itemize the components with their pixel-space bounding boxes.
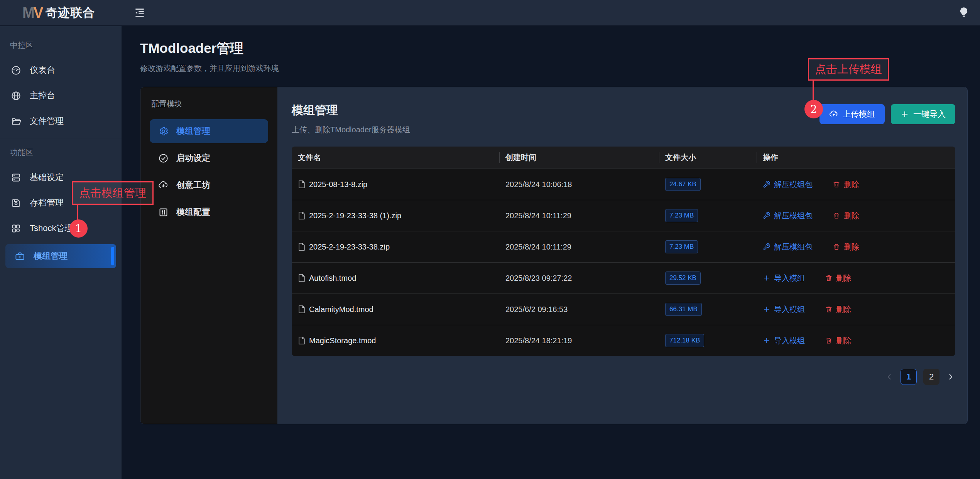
sidebar-divider [0,138,122,138]
logo-m: M [22,5,34,21]
gear-icon [158,126,169,137]
light-bulb-icon[interactable] [958,7,969,19]
sidebar-item-dashboard[interactable]: 仪表台 [0,57,122,83]
file-name: 2025-2-19-23-33-38.zip [309,243,390,251]
table-row: 2025-2-19-23-33-38 (1).zip 2025/8/24 10:… [292,200,955,231]
annotation-line-2 [813,81,814,100]
app-logo: M V 奇迹联合 [22,5,133,21]
sidebar-item-files[interactable]: 文件管理 [0,108,122,134]
content-title: 模组管理 [292,103,410,118]
sidebar-item-console[interactable]: 主控台 [0,83,122,108]
logo-v: V [34,5,43,21]
wrench-icon [763,243,770,251]
upload-mod-button[interactable]: 上传模组 [819,104,885,124]
annotation-line-1 [77,205,78,220]
sidebar-item-mods[interactable]: 模组管理 [5,244,116,268]
trash-icon [825,305,833,313]
file-icon [298,180,305,189]
delete-link[interactable]: 删除 [833,211,859,221]
sidebar-item-label: 存档管理 [30,197,64,209]
mod-management-content: 模组管理 上传、删除TModloader服务器模组 上传模组 [277,87,967,424]
sidebar-group-label: 功能区 [0,143,122,165]
plus-icon [763,274,770,282]
folder-icon [11,116,21,126]
plus-icon [901,110,909,118]
grid-icon [11,223,21,234]
file-size-badge: 712.18 KB [665,334,704,347]
main-area: TModloader管理 修改游戏配置参数，并且应用到游戏环境 配置模块 模组管… [122,26,980,479]
panel-nav-workshop[interactable]: 创意工坊 [150,173,268,197]
unzip-mod-link[interactable]: 解压模组包 [763,211,813,221]
plus-icon [763,337,770,344]
file-icon [298,243,305,251]
file-time: 2025/8/24 10:06:18 [499,180,659,189]
sidebar-item-tshock[interactable]: Tshock管理 [0,216,122,241]
col-filename: 文件名 [292,147,499,169]
page-title: TModloader管理 [140,39,243,57]
page-number-2[interactable]: 2 [923,369,939,385]
floppy-icon [11,198,21,208]
unzip-mod-link[interactable]: 解压模组包 [763,179,813,190]
trash-icon [833,180,840,188]
delete-link[interactable]: 删除 [825,273,852,283]
panel-nav-label: 启动设定 [176,152,210,164]
gauge-icon [11,65,21,76]
file-name: 2025-2-19-23-33-38 (1).zip [309,211,401,220]
page-number-1[interactable]: 1 [901,369,917,385]
annotation-badge-1: 1 [69,219,88,238]
page-subtitle: 修改游戏配置参数，并且应用到游戏环境 [140,63,279,74]
table-row: Autofish.tmod 2025/8/23 09:27:22 29.52 K… [292,262,955,293]
sliders-icon [158,207,169,218]
trash-icon [833,212,840,219]
topbar: M V 奇迹联合 [0,0,980,26]
file-name: CalamityMod.tmod [309,305,373,314]
table-row: 2025-2-19-23-33-38.zip 2025/8/24 10:11:2… [292,231,955,262]
cloud-upload-icon [829,110,838,119]
panel-nav-launch-settings[interactable]: 启动设定 [150,146,268,170]
sidebar-item-label: 基础设定 [30,172,64,183]
panel-nav-mod-config[interactable]: 模组配置 [150,200,268,224]
content-subtitle: 上传、删除TModloader服务器模组 [292,125,410,135]
panel-nav-mod-management[interactable]: 模组管理 [150,119,268,143]
import-mod-link[interactable]: 导入模组 [763,304,805,315]
globe-icon [11,91,21,101]
table-row: CalamityMod.tmod 2025/6/2 09:16:53 66.31… [292,293,955,325]
toolbox-icon [15,251,25,261]
pagination: 1 2 [292,369,955,385]
import-mod-link[interactable]: 导入模组 [763,273,805,283]
file-name: 2025-08-13-8.zip [309,180,367,189]
file-time: 2025/8/24 10:11:29 [499,243,659,251]
file-icon [298,274,305,282]
import-mod-link[interactable]: 导入模组 [763,336,805,346]
tmodloader-panel: 配置模块 模组管理 [140,87,968,424]
file-time: 2025/8/23 09:27:22 [499,274,659,283]
chevron-right-icon[interactable] [946,372,955,381]
file-time: 2025/8/24 18:21:19 [499,336,659,345]
cloud-download-icon [158,180,169,191]
menu-fold-icon[interactable] [133,7,146,19]
sidebar-item-label: Tshock管理 [30,223,73,234]
file-size-badge: 7.23 MB [665,240,698,253]
trash-icon [833,243,840,251]
delete-link[interactable]: 删除 [833,242,859,252]
table-row: MagicStorage.tmod 2025/8/24 18:21:19 712… [292,325,955,356]
col-created: 创建时间 [499,147,659,169]
config-module-title: 配置模块 [151,99,268,109]
one-click-import-button[interactable]: 一键导入 [891,104,955,124]
sidebar-item-label: 模组管理 [34,250,68,262]
sidebar-group-label: 中控区 [0,36,122,57]
chevron-left-icon[interactable] [885,372,894,381]
file-name: MagicStorage.tmod [309,336,376,345]
table-row: 2025-08-13-8.zip 2025/8/24 10:06:18 24.6… [292,169,955,200]
delete-link[interactable]: 删除 [825,336,852,346]
delete-link[interactable]: 删除 [833,179,859,190]
unzip-mod-link[interactable]: 解压模组包 [763,242,813,252]
file-size-badge: 29.52 KB [665,272,701,285]
delete-link[interactable]: 删除 [825,304,852,315]
config-module-nav: 配置模块 模组管理 [140,87,277,424]
file-name: Autofish.tmod [309,274,356,283]
file-icon [298,211,305,220]
col-size: 文件大小 [659,147,757,169]
sidebar-item-label: 仪表台 [30,64,55,76]
trash-icon [825,274,833,282]
